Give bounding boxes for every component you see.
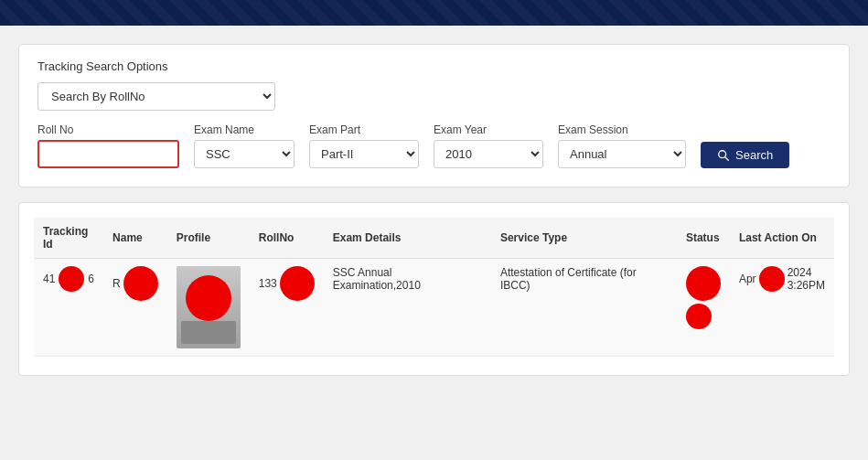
col-status: Status [677,218,730,259]
table-row: 41 6 R [34,259,834,357]
exam-session-label: Exam Session [558,123,686,136]
cell-tracking-id: 41 6 [34,259,103,357]
exam-year-label: Exam Year [434,123,543,136]
redacted-rollno [280,266,315,301]
redacted-status-2 [686,304,712,329]
cell-last-action: Apr 20243:26PM [730,259,834,357]
exam-part-group: Exam Part Part-I Part-II [309,123,419,168]
col-service-type: Service Type [491,218,677,259]
exam-name-label: Exam Name [194,123,295,136]
exam-part-label: Exam Part [309,123,419,136]
search-button-label: Search [735,148,773,162]
redacted-tracking-id [59,266,84,292]
cell-status [677,259,730,357]
results-table: TrackingId Name Profile RollNo Exam Deta… [34,218,834,357]
redacted-date [759,266,785,292]
top-navigation-bar [0,0,868,26]
table-header-row: TrackingId Name Profile RollNo Exam Deta… [34,218,834,259]
roll-no-label: Roll No [38,123,179,136]
panel-title: Tracking Search Options [38,59,830,73]
col-profile: Profile [167,218,250,259]
search-button[interactable]: Search [701,142,789,168]
cell-rollno: 133 [250,259,324,357]
svg-line-1 [725,156,729,160]
exam-name-group: Exam Name SSC HSSC Other [194,123,295,168]
cell-name: R [103,259,167,357]
exam-session-group: Exam Session Annual Supply [558,123,686,168]
results-panel: TrackingId Name Profile RollNo Exam Deta… [18,202,850,376]
col-tracking-id: TrackingId [34,218,103,259]
redacted-status-1 [686,266,721,301]
cell-service-type: Attestation of Certificate (for IBCC) [491,259,677,357]
cell-exam-details: SSC Annual Examination,2010 [324,259,491,357]
exam-year-select[interactable]: 200820092010 201120122013 201420152016 2… [434,140,543,168]
col-exam-details: Exam Details [324,218,491,259]
roll-no-input[interactable] [38,140,179,168]
exam-year-group: Exam Year 200820092010 201120122013 2014… [434,123,543,168]
search-icon [717,149,730,162]
cell-profile [167,259,250,357]
exam-session-select[interactable]: Annual Supply [558,140,686,168]
search-form-row: Roll No Exam Name SSC HSSC Other Exam Pa… [38,123,830,168]
exam-part-select[interactable]: Part-I Part-II [309,140,419,168]
roll-no-group: Roll No [38,123,179,168]
page-content: Tracking Search Options Search By RollNo… [0,26,868,460]
col-last-action: Last Action On [730,218,834,259]
search-panel: Tracking Search Options Search By RollNo… [18,44,850,187]
redacted-name [123,266,158,301]
col-rollno: RollNo [250,218,324,259]
col-name: Name [103,218,167,259]
exam-name-select[interactable]: SSC HSSC Other [194,140,295,168]
profile-image-container [177,266,241,348]
search-type-select[interactable]: Search By RollNo Search By CNIC Search B… [38,82,275,111]
